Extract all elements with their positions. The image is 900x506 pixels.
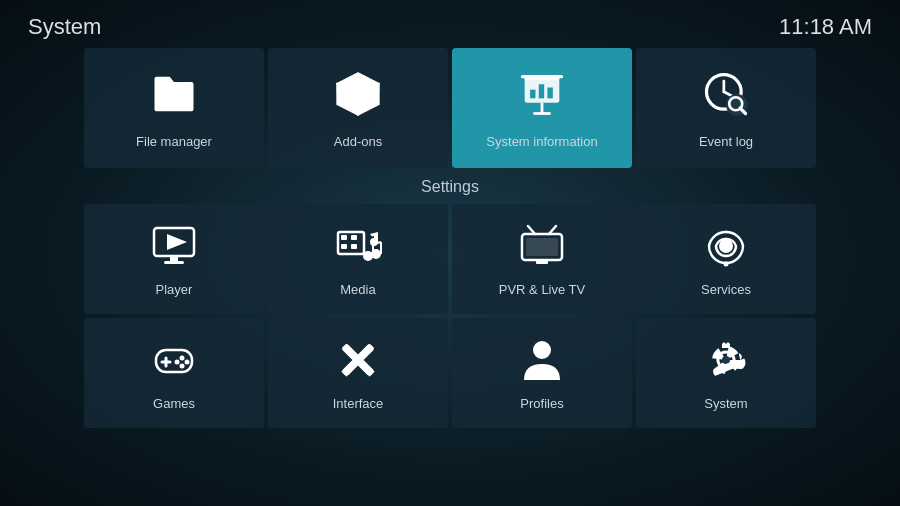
event-log-item[interactable]: Event log — [636, 48, 816, 168]
top-row: File manager Add-ons — [0, 48, 900, 168]
services-label: Services — [701, 282, 751, 297]
clock: 11:18 AM — [779, 14, 872, 40]
svg-point-43 — [180, 355, 185, 360]
settings-row-2: Games Interface Profiles — [0, 318, 900, 428]
games-icon — [150, 336, 198, 388]
svg-rect-25 — [351, 235, 357, 240]
interface-label: Interface — [333, 396, 384, 411]
add-ons-item[interactable]: Add-ons — [268, 48, 448, 168]
system-label: System — [704, 396, 747, 411]
svg-rect-21 — [170, 256, 178, 261]
svg-point-45 — [180, 363, 185, 368]
services-item[interactable]: Services — [636, 204, 816, 314]
svg-rect-8 — [539, 84, 544, 98]
profiles-icon — [518, 336, 566, 388]
player-icon — [150, 222, 198, 274]
interface-icon — [334, 336, 382, 388]
svg-rect-26 — [341, 244, 347, 249]
interface-item[interactable]: Interface — [268, 318, 448, 428]
profiles-item[interactable]: Profiles — [452, 318, 632, 428]
pvr-icon — [518, 222, 566, 274]
games-item[interactable]: Games — [84, 318, 264, 428]
add-ons-label: Add-ons — [334, 134, 382, 149]
svg-rect-37 — [536, 260, 548, 264]
settings-row-1: Player Media — [0, 204, 900, 314]
system-item[interactable]: System — [636, 318, 816, 428]
svg-line-15 — [724, 91, 733, 95]
file-manager-label: File manager — [136, 134, 212, 149]
svg-rect-34 — [526, 238, 558, 256]
settings-section-header: Settings — [0, 168, 900, 204]
media-icon — [334, 222, 382, 274]
event-log-label: Event log — [699, 134, 753, 149]
system-icon — [702, 336, 750, 388]
profiles-label: Profiles — [520, 396, 563, 411]
system-information-label: System information — [486, 134, 597, 149]
svg-marker-20 — [167, 234, 187, 250]
svg-rect-9 — [547, 87, 552, 98]
svg-point-46 — [175, 359, 180, 364]
svg-point-39 — [724, 261, 729, 266]
player-item[interactable]: Player — [84, 204, 264, 314]
svg-point-51 — [533, 341, 551, 359]
svg-rect-22 — [164, 261, 184, 264]
page-title: System — [28, 14, 101, 40]
header: System 11:18 AM — [0, 0, 900, 48]
svg-rect-24 — [341, 235, 347, 240]
media-item[interactable]: Media — [268, 204, 448, 314]
services-icon — [702, 222, 750, 274]
svg-rect-27 — [351, 244, 357, 249]
player-label: Player — [156, 282, 193, 297]
pvr-label: PVR & Live TV — [499, 282, 585, 297]
folder-icon — [148, 68, 200, 124]
pvr-live-tv-item[interactable]: PVR & Live TV — [452, 204, 632, 314]
games-label: Games — [153, 396, 195, 411]
media-label: Media — [340, 282, 375, 297]
svg-point-44 — [185, 359, 190, 364]
event-log-icon — [700, 68, 752, 124]
file-manager-item[interactable]: File manager — [84, 48, 264, 168]
presentation-icon — [516, 68, 568, 124]
svg-rect-7 — [530, 89, 535, 98]
box-icon — [332, 68, 384, 124]
system-information-item[interactable]: System information — [452, 48, 632, 168]
